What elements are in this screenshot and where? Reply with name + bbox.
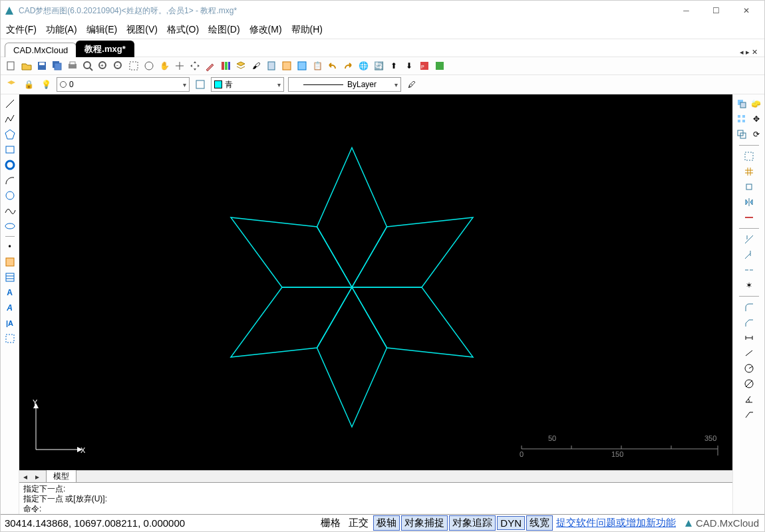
move-obj-icon[interactable]: ✥: [750, 112, 763, 126]
linetype-combo[interactable]: ByLayer: [288, 77, 401, 92]
paint-icon[interactable]: 🖌: [249, 59, 263, 72]
arc-icon[interactable]: [3, 174, 17, 187]
rotate-icon[interactable]: ⟳: [750, 128, 763, 141]
text-icon[interactable]: A: [3, 286, 17, 299]
toggle-ortho[interactable]: 正交: [345, 515, 372, 531]
layer-lock-icon[interactable]: 🔒: [22, 78, 35, 91]
refresh-icon[interactable]: 🔄: [372, 59, 385, 72]
snap-icon[interactable]: [173, 59, 186, 72]
toggle-otrack[interactable]: 对象追踪: [449, 515, 496, 531]
polyline-icon[interactable]: [3, 112, 17, 126]
pan-icon[interactable]: ✋: [158, 59, 171, 72]
tab-tutorial[interactable]: 教程.mxg*: [76, 41, 134, 57]
mtext-icon[interactable]: A: [3, 301, 17, 315]
menu-help[interactable]: 帮助(H): [291, 24, 323, 36]
tab-left-icon[interactable]: ◂: [19, 472, 31, 481]
zoom-window-icon[interactable]: [127, 59, 140, 72]
toggle-osnap[interactable]: 对象捕捉: [401, 515, 448, 531]
dim-linear-icon[interactable]: [742, 331, 756, 344]
line-icon[interactable]: [3, 97, 17, 110]
trim-icon[interactable]: [742, 233, 756, 246]
maximize-button[interactable]: ☐: [701, 1, 731, 21]
insert-icon[interactable]: [295, 59, 309, 72]
layer-mgr-icon[interactable]: [194, 78, 207, 91]
dim-diameter-icon[interactable]: [742, 377, 756, 390]
tab-close-icon[interactable]: ✕: [752, 48, 758, 57]
linetype-mgr-icon[interactable]: 🖊: [405, 78, 418, 91]
circle-icon[interactable]: [3, 189, 17, 202]
toggle-lweight[interactable]: 线宽: [526, 515, 553, 531]
select-rect-icon[interactable]: [742, 150, 756, 163]
redo-icon[interactable]: [341, 59, 355, 72]
paste-icon[interactable]: 📋: [311, 59, 324, 72]
upload-icon[interactable]: ⬆: [387, 59, 400, 72]
export-icon[interactable]: [433, 59, 446, 72]
open-icon[interactable]: [20, 59, 33, 72]
explode-icon[interactable]: ✶: [742, 279, 756, 292]
menu-edit[interactable]: 编辑(E): [86, 24, 118, 36]
feedback-link[interactable]: 提交软件问题或增加新功能: [553, 517, 679, 529]
chamfer-icon[interactable]: [742, 316, 756, 329]
zoom-extents-icon[interactable]: [142, 59, 156, 72]
color-combo[interactable]: 青: [211, 77, 284, 92]
point-icon[interactable]: •: [3, 240, 17, 253]
layer-combo[interactable]: 0: [57, 77, 190, 92]
polygon-icon[interactable]: [3, 128, 17, 141]
properties-icon[interactable]: [219, 59, 232, 72]
spline-icon[interactable]: [3, 204, 17, 217]
download-icon[interactable]: ⬇: [402, 59, 416, 72]
print-icon[interactable]: [66, 59, 79, 72]
tab-scroll-right-icon[interactable]: ▸: [746, 48, 750, 57]
rectangle-icon[interactable]: [3, 143, 17, 156]
copy-obj-icon[interactable]: [735, 97, 748, 110]
grid-icon[interactable]: [742, 165, 756, 178]
toggle-dyn[interactable]: DYN: [497, 516, 525, 530]
dim-angle-icon[interactable]: [742, 392, 756, 406]
tab-scroll-left-icon[interactable]: ◂: [740, 48, 744, 57]
tab-right-icon[interactable]: ▸: [31, 472, 43, 481]
offset-icon[interactable]: [735, 128, 748, 141]
minimize-button[interactable]: ─: [671, 1, 701, 21]
hatch-icon[interactable]: [3, 271, 17, 284]
menu-format[interactable]: 格式(O): [167, 24, 199, 36]
block-insert-icon[interactable]: [3, 255, 17, 269]
extend-icon[interactable]: [742, 248, 756, 261]
table-icon[interactable]: |A: [3, 317, 17, 330]
model-tab[interactable]: 模型: [46, 469, 76, 483]
scale-icon[interactable]: [742, 180, 756, 194]
zoom-icon[interactable]: [81, 59, 94, 72]
layers-icon[interactable]: [234, 59, 247, 72]
toggle-polar[interactable]: 极轴: [373, 515, 400, 531]
new-icon[interactable]: [5, 59, 18, 72]
donut-icon[interactable]: [3, 158, 17, 172]
command-line[interactable]: 指定下一点: 指定下一点 或[放弃(U)]: 命令:: [19, 482, 732, 514]
globe-icon[interactable]: 🌐: [357, 59, 370, 72]
menu-func[interactable]: 功能(A): [46, 24, 77, 36]
menu-draw[interactable]: 绘图(D): [208, 24, 239, 36]
zoom-in-icon[interactable]: +: [96, 59, 110, 72]
region-icon[interactable]: [3, 332, 17, 345]
tab-cloud[interactable]: CAD.MxCloud: [5, 43, 76, 57]
dim-align-icon[interactable]: [742, 346, 756, 360]
toggle-grid[interactable]: 栅格: [317, 515, 344, 531]
undo-icon[interactable]: [326, 59, 339, 72]
mirror-icon[interactable]: [742, 196, 756, 209]
stretch-icon[interactable]: [742, 211, 756, 224]
pdf-icon[interactable]: P: [418, 59, 431, 72]
close-button[interactable]: ✕: [731, 1, 761, 21]
menu-view[interactable]: 视图(V): [126, 24, 158, 36]
menu-modify[interactable]: 修改(M): [249, 24, 282, 36]
array-icon[interactable]: [735, 112, 748, 126]
dim-radius-icon[interactable]: [742, 362, 756, 375]
drawing-canvas[interactable]: Y X 50 350 0 150: [19, 94, 732, 470]
ellipse-icon[interactable]: [3, 219, 17, 233]
brush-icon[interactable]: [204, 59, 217, 72]
move-icon[interactable]: [188, 59, 202, 72]
break-icon[interactable]: [742, 263, 756, 277]
fillet-icon[interactable]: [742, 301, 756, 314]
layer-props-icon[interactable]: [5, 78, 18, 91]
saveall-icon[interactable]: [51, 59, 64, 72]
page-icon[interactable]: [265, 59, 278, 72]
erase-icon[interactable]: 🧽: [750, 97, 763, 110]
block-icon[interactable]: [280, 59, 293, 72]
